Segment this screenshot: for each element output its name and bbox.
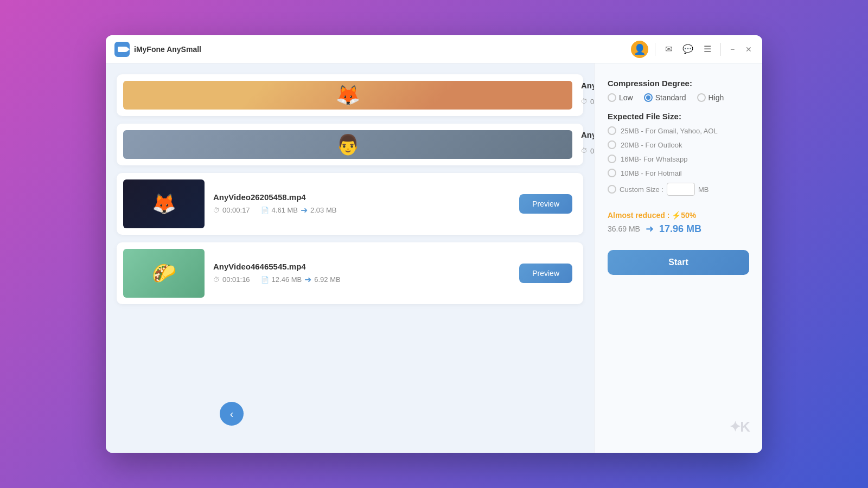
almost-reduced-label: Almost reduced : ⚡50%: [608, 211, 749, 220]
radio-circle-custom[interactable]: [608, 185, 616, 194]
video-thumbnail: 🦊: [123, 81, 572, 110]
original-total: 36.69 MB: [608, 224, 640, 233]
minimize-button[interactable]: −: [727, 44, 737, 54]
mb-label: MB: [698, 185, 709, 194]
file-size-outlook-label: 20MB - For Outlook: [621, 141, 682, 149]
video-list: 🦊 AnyVideo20211324.mp4 ⏱ 00:00:15 📄 3.23…: [106, 63, 594, 453]
compressed-size: 6.92 MB: [314, 275, 340, 284]
duration-item: ⏱ 00:00:17: [213, 206, 250, 214]
radio-standard[interactable]: Standard: [644, 93, 686, 102]
size-item: 📄 12.46 MB ➜ 6.92 MB: [261, 274, 341, 285]
preview-button[interactable]: Preview: [519, 264, 572, 283]
video-info: AnyVideo26205458.mp4 ⏱ 00:00:17 📄 4.61 M…: [213, 192, 510, 215]
clock-icon: ⏱: [213, 207, 220, 214]
video-thumbnail: 👨: [123, 130, 572, 159]
file-size-gmail-label: 25MB - For Gmail, Yahoo, AOL: [621, 127, 718, 135]
arrow-icon: ➜: [304, 274, 311, 285]
radio-high[interactable]: High: [697, 93, 724, 102]
video-card: 🦊 AnyVideo20211324.mp4 ⏱ 00:00:15 📄 3.23…: [117, 74, 583, 116]
compression-radio-group: Low Standard High: [608, 93, 749, 102]
arrow-icon: ➜: [301, 205, 308, 215]
file-icon: 📄: [261, 276, 269, 284]
compression-degree-label: Compression Degree:: [608, 79, 749, 88]
radio-circle-gmail: [608, 126, 616, 135]
chat-icon[interactable]: 💬: [681, 43, 694, 56]
radio-circle-hotmail: [608, 169, 616, 177]
reduction-percent: ⚡50%: [672, 211, 696, 220]
app-title: iMyFone AnySmall: [134, 45, 201, 54]
start-button[interactable]: Start: [608, 250, 749, 275]
radio-high-label: High: [709, 93, 724, 102]
preview-button[interactable]: Preview: [519, 194, 572, 214]
radio-circle-high: [697, 93, 706, 102]
titlebar: iMyFone AnySmall 👤 ✉ 💬 ☰ − ✕: [106, 35, 762, 63]
file-size-hotmail-label: 10MB - For Hotmail: [621, 169, 682, 177]
reduction-section: Almost reduced : ⚡50% 36.69 MB ➜ 17.96 M…: [608, 211, 749, 235]
radio-standard-label: Standard: [655, 93, 686, 102]
custom-size-input[interactable]: [667, 183, 695, 196]
original-size: 12.46 MB: [272, 275, 302, 284]
video-meta: ⏱ 00:00:15 📄 3.23 MB ➜ 1.45 MB: [581, 93, 594, 110]
file-size-section: Expected File Size: 25MB - For Gmail, Ya…: [608, 112, 749, 196]
video-name: AnyVideo46465545.mp4: [213, 262, 510, 271]
video-info: AnyVideo20212636.mp4 ⏱ 00:01:48 📄 16.35 …: [581, 130, 594, 159]
file-size-whatsapp-label: 16MB- For Whatsapp: [621, 155, 688, 163]
radio-circle-standard: [644, 93, 653, 102]
clock-icon: ⏱: [213, 276, 220, 284]
titlebar-divider2: [720, 43, 721, 56]
size-item: 📄 4.61 MB ➜ 2.03 MB: [261, 205, 337, 215]
clock-icon: ⏱: [581, 147, 588, 155]
menu-icon[interactable]: ☰: [701, 43, 714, 56]
file-size-hotmail[interactable]: 10MB - For Hotmail: [608, 169, 749, 177]
titlebar-left: iMyFone AnySmall: [114, 42, 631, 57]
radio-circle-outlook: [608, 140, 616, 149]
file-size-outlook[interactable]: 20MB - For Outlook: [608, 140, 749, 149]
watermark: ✦K: [729, 419, 749, 435]
titlebar-right: 👤 ✉ 💬 ☰ − ✕: [631, 41, 754, 58]
custom-size-row: Custom Size : MB: [608, 183, 749, 196]
mail-icon[interactable]: ✉: [662, 43, 675, 56]
sidebar: Compression Degree: Low Standard High: [594, 63, 762, 453]
video-name: AnyVideo20211324.mp4: [581, 81, 594, 90]
video-meta: ⏱ 00:00:17 📄 4.61 MB ➜ 2.03 MB: [213, 205, 510, 215]
original-size: 4.61 MB: [272, 206, 298, 214]
radio-circle-whatsapp: [608, 155, 616, 163]
user-avatar-icon[interactable]: 👤: [631, 41, 648, 58]
expected-file-size-label: Expected File Size:: [608, 112, 749, 121]
duration-item: ⏱ 00:01:16: [213, 275, 250, 284]
clock-icon: ⏱: [581, 98, 588, 105]
video-card: 👨 AnyVideo20212636.mp4 ⏱ 00:01:48 📄 16.3…: [117, 124, 583, 165]
custom-size-label: Custom Size :: [620, 185, 663, 194]
duration-item: ⏱ 00:00:15: [581, 98, 594, 106]
video-name: AnyVideo26205458.mp4: [213, 192, 510, 202]
duration-item: ⏱ 00:01:48: [581, 147, 594, 155]
radio-circle-low: [608, 93, 616, 102]
radio-low[interactable]: Low: [608, 93, 633, 102]
file-size-options: 25MB - For Gmail, Yahoo, AOL 20MB - For …: [608, 126, 749, 196]
file-size-gmail[interactable]: 25MB - For Gmail, Yahoo, AOL: [608, 126, 749, 135]
video-meta: ⏱ 00:01:48 📄 16.35 MB ➜ 8.52 MB: [581, 143, 594, 159]
arrow-blue-icon: ➜: [646, 223, 654, 235]
compression-section: Compression Degree: Low Standard High: [608, 79, 749, 102]
file-size-whatsapp[interactable]: 16MB- For Whatsapp: [608, 155, 749, 163]
reduction-sizes: 36.69 MB ➜ 17.96 MB: [608, 223, 749, 235]
video-thumbnail: 🌮: [123, 249, 205, 298]
app-icon: [114, 42, 130, 57]
duration-value: 00:01:48: [590, 147, 594, 155]
video-card: 🌮 AnyVideo46465545.mp4 ⏱ 00:01:16 📄 12.4…: [117, 242, 583, 304]
video-card: 🦊 AnyVideo26205458.mp4 ⏱ 00:00:17 📄 4.61…: [117, 173, 583, 235]
video-thumbnail: 🦊: [123, 179, 205, 228]
reduced-total: 17.96 MB: [659, 223, 701, 235]
video-info: AnyVideo20211324.mp4 ⏱ 00:00:15 📄 3.23 M…: [581, 81, 594, 110]
duration-value: 00:01:16: [222, 275, 250, 284]
video-info: AnyVideo46465545.mp4 ⏱ 00:01:16 📄 12.46 …: [213, 262, 510, 285]
duration-value: 00:00:17: [222, 206, 250, 214]
duration-value: 00:00:15: [590, 98, 594, 106]
file-icon: 📄: [261, 207, 269, 214]
back-button[interactable]: ‹: [220, 402, 244, 426]
radio-low-label: Low: [619, 93, 633, 102]
close-button[interactable]: ✕: [744, 44, 754, 54]
compressed-size: 2.03 MB: [310, 206, 336, 214]
video-name: AnyVideo20212636.mp4: [581, 130, 594, 139]
video-meta: ⏱ 00:01:16 📄 12.46 MB ➜ 6.92 MB: [213, 274, 510, 285]
